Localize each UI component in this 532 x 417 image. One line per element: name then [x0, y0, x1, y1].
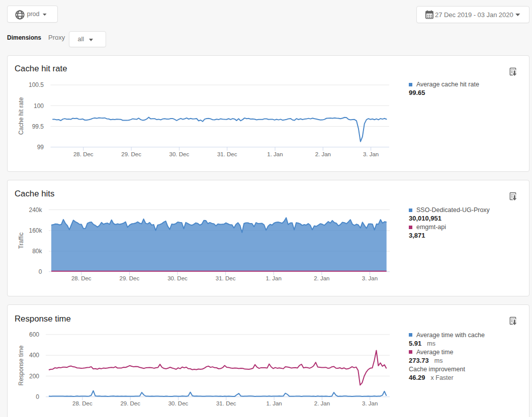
svg-text:31. Dec: 31. Dec [217, 151, 237, 157]
svg-text:1. Jan: 1. Jan [266, 400, 282, 406]
svg-text:29. Dec: 29. Dec [120, 275, 140, 281]
svg-text:100: 100 [34, 102, 44, 110]
svg-text:Cache hit rate: Cache hit rate [18, 97, 25, 135]
svg-text:240k: 240k [29, 206, 42, 214]
svg-text:29. Dec: 29. Dec [120, 400, 140, 406]
svg-text:0: 0 [36, 393, 39, 400]
svg-text:160k: 160k [29, 227, 42, 234]
svg-text:2. Jan: 2. Jan [314, 275, 329, 281]
svg-text:31. Dec: 31. Dec [216, 400, 236, 406]
svg-text:28. Dec: 28. Dec [72, 400, 93, 406]
svg-text:100.5: 100.5 [29, 81, 44, 88]
svg-text:0: 0 [39, 268, 42, 275]
svg-text:Response time: Response time [18, 345, 25, 385]
svg-text:30. Dec: 30. Dec [167, 275, 188, 281]
svg-text:80k: 80k [32, 248, 42, 255]
svg-text:99.5: 99.5 [32, 123, 44, 130]
svg-text:28. Dec: 28. Dec [73, 151, 94, 157]
svg-text:99: 99 [37, 144, 44, 151]
svg-text:2. Jan: 2. Jan [314, 400, 330, 406]
svg-text:29. Dec: 29. Dec [121, 151, 141, 157]
svg-text:31. Dec: 31. Dec [216, 275, 236, 281]
svg-text:2. Jan: 2. Jan [315, 151, 331, 157]
svg-text:3. Jan: 3. Jan [362, 400, 378, 406]
svg-text:3. Jan: 3. Jan [363, 151, 379, 157]
svg-text:200: 200 [29, 373, 39, 380]
svg-text:1. Jan: 1. Jan [266, 275, 282, 281]
svg-text:Traffic: Traffic [18, 233, 25, 249]
svg-text:3. Jan: 3. Jan [362, 275, 378, 281]
svg-text:1. Jan: 1. Jan [267, 151, 283, 157]
svg-text:30. Dec: 30. Dec [168, 400, 189, 406]
svg-text:28. Dec: 28. Dec [71, 275, 92, 281]
svg-text:400: 400 [29, 352, 39, 359]
svg-text:600: 600 [29, 331, 39, 338]
svg-text:30. Dec: 30. Dec [169, 151, 190, 157]
